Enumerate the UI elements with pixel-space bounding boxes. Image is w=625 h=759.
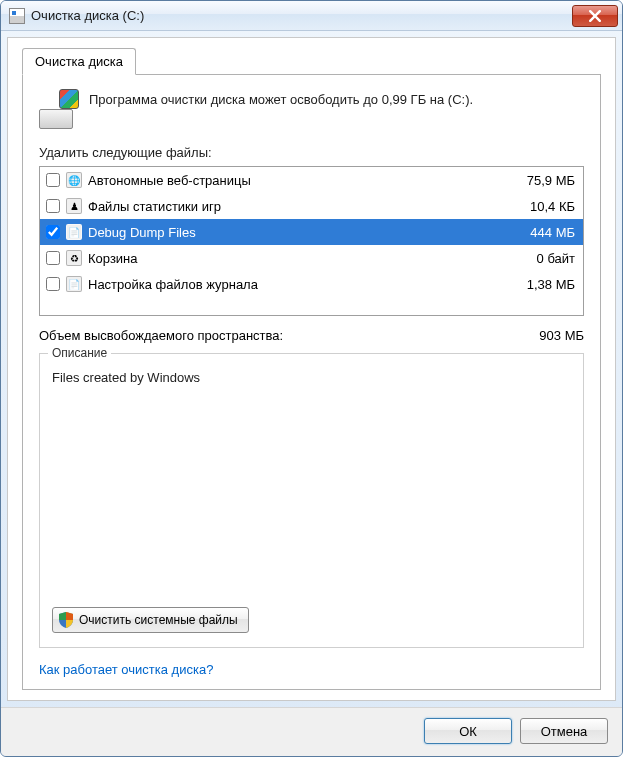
file-row-size: 10,4 КБ [507, 199, 577, 214]
file-row-checkbox[interactable] [46, 251, 60, 265]
description-group-title: Описание [48, 346, 111, 360]
file-row-name: Настройка файлов журнала [88, 277, 501, 292]
file-row-size: 444 МБ [507, 225, 577, 240]
chess-icon: ♟ [66, 198, 82, 214]
file-row[interactable]: 🌐Автономные веб-страницы75,9 МБ [40, 167, 583, 193]
file-row-checkbox[interactable] [46, 225, 60, 239]
close-icon [589, 10, 601, 22]
file-row-name: Файлы статистики игр [88, 199, 501, 214]
file-icon: 📄 [66, 224, 82, 240]
tabpanel-cleanup: Программа очистки диска может освободить… [22, 74, 601, 690]
totals-value: 903 МБ [539, 328, 584, 343]
disk-cleanup-window: Очистка диска (C:) Очистка диска Програм… [0, 0, 623, 757]
client-area: Очистка диска Программа очистки диска мо… [7, 37, 616, 701]
file-row-name: Корзина [88, 251, 501, 266]
description-text: Files created by Windows [52, 370, 571, 595]
ok-button[interactable]: ОК [424, 718, 512, 744]
window-title: Очистка диска (C:) [31, 8, 572, 23]
clean-system-files-button[interactable]: Очистить системные файлы [52, 607, 249, 633]
file-row[interactable]: ♟Файлы статистики игр10,4 КБ [40, 193, 583, 219]
file-row-size: 75,9 МБ [507, 173, 577, 188]
file-row-checkbox[interactable] [46, 199, 60, 213]
totals-label: Объем высвобождаемого пространства: [39, 328, 283, 343]
file-row-checkbox[interactable] [46, 173, 60, 187]
disk-cleanup-app-icon [9, 8, 25, 24]
file-row[interactable]: 📄Настройка файлов журнала1,38 МБ [40, 271, 583, 297]
titlebar[interactable]: Очистка диска (C:) [1, 1, 622, 31]
close-button[interactable] [572, 5, 618, 27]
globe-icon: 🌐 [66, 172, 82, 188]
tab-cleanup[interactable]: Очистка диска [22, 48, 136, 75]
dialog-footer: ОК Отмена [1, 707, 622, 756]
file-row[interactable]: 📄Debug Dump Files444 МБ [40, 219, 583, 245]
tabstrip: Очистка диска [22, 48, 601, 75]
recycle-icon: ♻ [66, 250, 82, 266]
file-list-label: Удалить следующие файлы: [39, 145, 584, 160]
file-row[interactable]: ♻Корзина0 байт [40, 245, 583, 271]
clean-system-files-label: Очистить системные файлы [79, 613, 238, 627]
file-row-name: Debug Dump Files [88, 225, 501, 240]
cancel-button[interactable]: Отмена [520, 718, 608, 744]
help-link[interactable]: Как работает очистка диска? [39, 662, 584, 677]
file-row-size: 1,38 МБ [507, 277, 577, 292]
description-group: Описание Files created by Windows Очисти… [39, 353, 584, 648]
shield-icon [59, 612, 73, 628]
intro-row: Программа очистки диска может освободить… [39, 91, 584, 129]
file-row-size: 0 байт [507, 251, 577, 266]
intro-text: Программа очистки диска может освободить… [89, 91, 473, 129]
file-list[interactable]: 🌐Автономные веб-страницы75,9 МБ♟Файлы ст… [39, 166, 584, 316]
file-row-checkbox[interactable] [46, 277, 60, 291]
totals-row: Объем высвобождаемого пространства: 903 … [39, 328, 584, 343]
file-icon: 📄 [66, 276, 82, 292]
disk-cleanup-icon [39, 91, 77, 129]
file-row-name: Автономные веб-страницы [88, 173, 501, 188]
